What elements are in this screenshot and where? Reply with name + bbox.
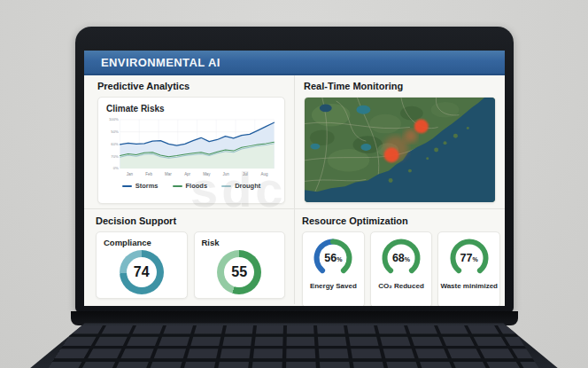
waste-minimized-value: 77 — [460, 252, 473, 264]
dashboard-screen: ENVIRONMENTAL AI Predictive Analytics Cl… — [84, 51, 505, 306]
percent-sign: % — [405, 256, 410, 262]
percent-sign: % — [473, 256, 478, 262]
risk-label: Risk — [202, 238, 278, 247]
waste-minimized-card: 77% Waste minimized — [437, 231, 500, 306]
legend-item-drought[interactable]: Drought — [221, 182, 260, 190]
svg-text:Apr: Apr — [184, 172, 190, 176]
svg-text:Aug: Aug — [261, 172, 268, 176]
svg-text:Mar: Mar — [165, 172, 172, 176]
map-lake — [356, 106, 370, 114]
energy-saved-card: 56% Energy Saved — [302, 231, 365, 306]
climate-risks-line-chart: 100%50%60%70%0%JanFebMarAprMayJunJulAug — [106, 114, 278, 182]
resource-optimization-title: Resource Optimization — [302, 215, 500, 226]
laptop-keyboard-deck — [22, 319, 566, 368]
svg-text:100%: 100% — [109, 117, 119, 121]
svg-text:Feb: Feb — [145, 172, 152, 176]
percent-sign: % — [337, 256, 342, 262]
photo-background: ENVIRONMENTAL AI Predictive Analytics Cl… — [0, 0, 588, 368]
chart-title: Climate Risks — [106, 104, 276, 114]
legend-label: Floods — [186, 182, 208, 190]
dashboard-body: Predictive Analytics Climate Risks 100%5… — [84, 75, 505, 304]
decision-support-title: Decision Support — [96, 215, 285, 226]
co2-reduced-card: 68% CO₂ Reduced — [370, 231, 433, 306]
section-resource-optimization: Resource Optimization 56% Energy Saved — [295, 209, 505, 304]
svg-text:60%: 60% — [111, 142, 119, 146]
svg-text:Jul: Jul — [243, 172, 248, 176]
section-predictive-analytics: Predictive Analytics Climate Risks 100%5… — [84, 75, 295, 209]
risk-donut: 55 — [217, 250, 261, 294]
predictive-analytics-title: Predictive Analytics — [97, 81, 285, 91]
legend-item-floods[interactable]: Floods — [173, 182, 208, 190]
climate-risks-card: Climate Risks 100%50%60%70%0%JanFebMarAp… — [97, 97, 285, 204]
compliance-label: Compliance — [104, 238, 180, 247]
laptop-keyboard — [23, 325, 565, 368]
waste-minimized-label: Waste minimized — [440, 282, 498, 290]
laptop-bezel: ENVIRONMENTAL AI Predictive Analytics Cl… — [75, 27, 514, 313]
compliance-donut: 74 — [120, 250, 164, 294]
alert-hotspot[interactable] — [404, 129, 417, 143]
svg-text:Jun: Jun — [222, 172, 229, 176]
svg-text:70%: 70% — [111, 154, 119, 159]
chart-legend: StormsFloodsDrought — [106, 182, 276, 190]
energy-saved-label: Energy Saved — [305, 282, 362, 290]
map-lake — [320, 104, 332, 112]
svg-text:Jan: Jan — [127, 172, 134, 176]
app-header: ENVIRONMENTAL AI — [84, 51, 505, 75]
map-lake — [310, 144, 320, 150]
co2-reduced-label: CO₂ Reduced — [373, 282, 430, 290]
legend-swatch — [173, 185, 182, 187]
risk-card: Risk 55 — [194, 231, 286, 299]
satellite-map — [305, 98, 495, 202]
section-decision-support: Decision Support Compliance 74 Risk — [84, 209, 295, 304]
legend-swatch — [122, 185, 132, 187]
svg-text:May: May — [203, 172, 211, 176]
legend-label: Storms — [135, 182, 159, 190]
legend-swatch — [221, 185, 231, 187]
co2-reduced-value: 68 — [392, 252, 405, 264]
monitoring-map[interactable] — [304, 97, 496, 203]
compliance-value: 74 — [120, 250, 164, 294]
legend-label: Drought — [235, 182, 260, 190]
compliance-card: Compliance 74 — [96, 231, 188, 299]
alert-hotspot[interactable] — [414, 120, 429, 134]
section-real-time-monitoring: Real-Time Monitoring — [295, 75, 505, 209]
alert-hotspot[interactable] — [384, 148, 399, 163]
energy-saved-value: 56 — [324, 252, 337, 264]
svg-text:50%: 50% — [111, 129, 119, 134]
real-time-monitoring-title: Real-Time Monitoring — [304, 81, 496, 91]
risk-value: 55 — [217, 250, 261, 294]
app-title: ENVIRONMENTAL AI — [101, 56, 220, 69]
svg-text:0%: 0% — [113, 166, 119, 170]
legend-item-storms[interactable]: Storms — [122, 182, 159, 190]
map-lake — [360, 144, 371, 151]
